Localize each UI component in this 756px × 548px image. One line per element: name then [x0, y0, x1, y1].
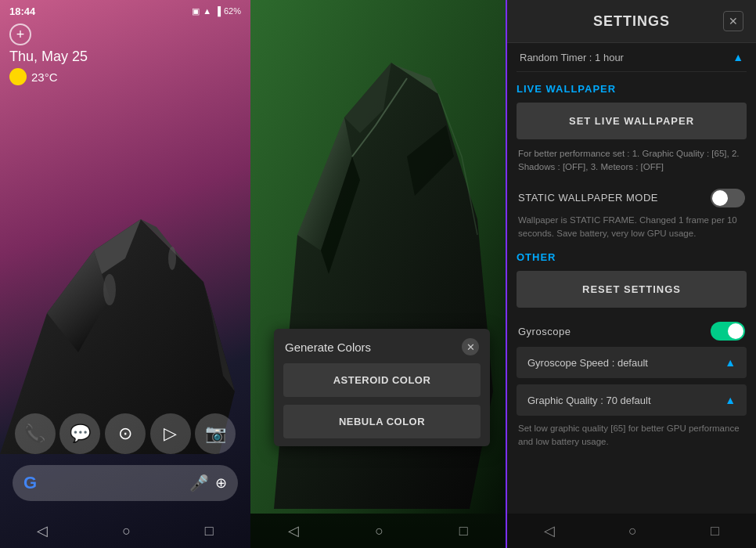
- wifi-icon: ▲: [203, 6, 211, 16]
- timer-arrow-icon: ▲: [733, 51, 743, 63]
- dialog-header: Generate Colors ✕: [274, 329, 490, 363]
- graphic-quality-desc: Set low graphic quality [65] for better …: [517, 422, 747, 449]
- asteroid-color-button[interactable]: ASTEROID COLOR: [283, 363, 481, 397]
- phone-app-icon[interactable]: 📞: [15, 413, 56, 454]
- gyroscope-row: Gyroscope: [517, 315, 747, 347]
- widget-area: + Thu, May 25 23°C: [9, 23, 88, 85]
- notification-icon: ▣: [192, 6, 200, 16]
- performance-info-text: For better performance set : 1. Graphic …: [517, 147, 747, 175]
- reset-settings-button[interactable]: RESET SETTINGS: [517, 271, 747, 308]
- gyroscope-toggle-knob: [728, 323, 743, 339]
- preview-back-button[interactable]: ◁: [288, 522, 299, 539]
- chrome-app-icon[interactable]: ⊙: [105, 413, 146, 454]
- settings-recents-button[interactable]: □: [711, 523, 719, 539]
- gyroscope-speed-arrow: ▲: [725, 356, 736, 369]
- settings-nav-bar: ◁ ○ □: [507, 514, 756, 548]
- gyroscope-toggle[interactable]: [711, 322, 745, 341]
- set-live-wallpaper-button[interactable]: SET LIVE WALLPAPER: [517, 103, 747, 139]
- add-widget-button[interactable]: +: [9, 23, 31, 45]
- graphic-quality-dropdown[interactable]: Graphic Quality : 70 default ▲: [517, 384, 747, 416]
- nebula-color-button[interactable]: NEBULA COLOR: [283, 405, 481, 438]
- back-button[interactable]: ◁: [37, 522, 48, 539]
- gyroscope-speed-dropdown[interactable]: Gyroscope Speed : default ▲: [517, 347, 747, 378]
- mic-icon[interactable]: 🎤: [189, 474, 209, 492]
- dialog-title-text: Generate Colors: [285, 341, 371, 354]
- widget-date: Thu, May 25: [9, 49, 88, 65]
- static-mode-desc: Wallpaper is STATIC FRAME. Changed 1 fra…: [517, 214, 747, 241]
- section-live-wallpaper: LIVE WALLPAPER: [517, 83, 747, 95]
- home-button[interactable]: ○: [122, 523, 131, 539]
- google-g-icon: G: [23, 473, 37, 493]
- settings-title: SETTINGS: [540, 13, 723, 30]
- static-mode-toggle[interactable]: [711, 189, 745, 207]
- preview-home-button[interactable]: ○: [375, 523, 383, 539]
- graphic-quality-arrow: ▲: [725, 394, 736, 406]
- battery-icon: 62%: [224, 6, 241, 16]
- generate-colors-dialog: Generate Colors ✕ ASTEROID COLOR NEBULA …: [274, 329, 490, 446]
- signal-icon: ▐: [214, 6, 221, 16]
- app-icons-row: 📞 💬 ⊙ ▷ 📷: [13, 413, 238, 454]
- settings-header: SETTINGS ✕: [507, 0, 756, 43]
- settings-close-button[interactable]: ✕: [723, 11, 743, 31]
- settings-back-button[interactable]: ◁: [544, 522, 555, 539]
- preview-nav-bar: ◁ ○ □: [250, 514, 506, 548]
- settings-scroll-area[interactable]: Random Timer : 1 hour ▲ LIVE WALLPAPER S…: [507, 43, 756, 514]
- settings-panel: SETTINGS ✕ Random Timer : 1 hour ▲ LIVE …: [506, 0, 756, 548]
- settings-home-button[interactable]: ○: [628, 523, 637, 539]
- random-timer-row[interactable]: Random Timer : 1 hour ▲: [517, 43, 747, 72]
- status-bar: 18:44 ▣ ▲ ▐ 62%: [0, 0, 250, 22]
- phone-nav-bar: ◁ ○ □: [0, 514, 250, 548]
- google-search-bar[interactable]: G 🎤 ⊕: [13, 465, 238, 501]
- camera-app-icon[interactable]: 📷: [195, 413, 236, 454]
- status-time: 18:44: [9, 5, 35, 17]
- weather-sun-icon: [9, 68, 27, 85]
- gyroscope-label: Gyroscope: [518, 326, 571, 337]
- recents-button[interactable]: □: [205, 523, 214, 539]
- messages-app-icon[interactable]: 💬: [59, 413, 100, 454]
- lens-icon[interactable]: ⊕: [215, 474, 227, 492]
- static-wallpaper-mode-row: STATIC WALLPAPER MODE: [517, 182, 747, 214]
- static-mode-label: STATIC WALLPAPER MODE: [518, 192, 658, 204]
- random-timer-label: Random Timer : 1 hour: [520, 52, 624, 63]
- svg-point-5: [103, 274, 116, 305]
- weather-temp: 23°C: [31, 70, 58, 84]
- dialog-close-button[interactable]: ✕: [462, 338, 479, 355]
- play-app-icon[interactable]: ▷: [150, 413, 191, 454]
- svg-point-6: [168, 247, 176, 270]
- gyroscope-speed-label: Gyroscope Speed : default: [527, 357, 648, 369]
- preview-panel: Generate Colors ✕ ASTEROID COLOR NEBULA …: [250, 0, 506, 548]
- section-other: OTHER: [517, 251, 747, 263]
- status-icons: ▣ ▲ ▐ 62%: [192, 6, 241, 16]
- preview-recents-button[interactable]: □: [459, 523, 468, 539]
- graphic-quality-label: Graphic Quality : 70 default: [527, 395, 651, 406]
- phone-panel: 18:44 ▣ ▲ ▐ 62% + Thu, May 25 23°C 📞 💬 ⊙…: [0, 0, 250, 548]
- dock-area: 📞 💬 ⊙ ▷ 📷 G 🎤 ⊕: [0, 413, 250, 501]
- toggle-knob: [712, 190, 728, 206]
- widget-weather: 23°C: [9, 68, 88, 85]
